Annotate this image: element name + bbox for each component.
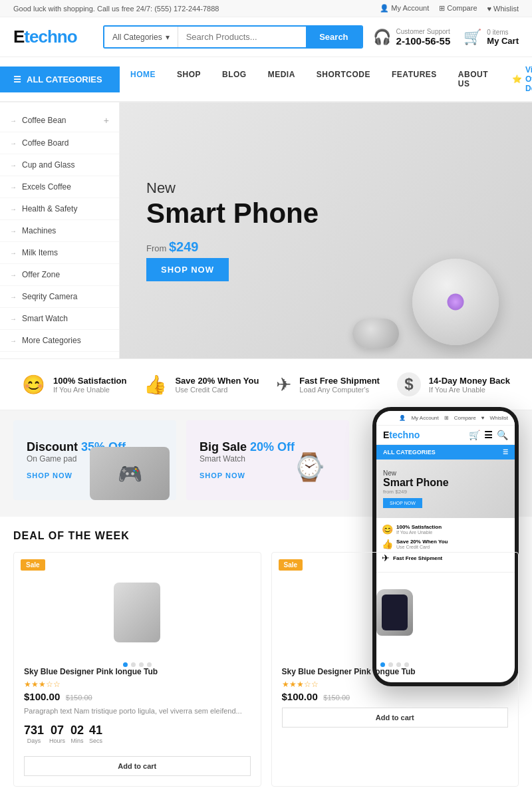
nav-home[interactable]: HOME bbox=[120, 62, 166, 96]
mobile-feature-2: 👍 Save 20% When YouUse Credit Card bbox=[382, 538, 509, 549]
compare-link[interactable]: ⊞ Compare bbox=[439, 4, 477, 13]
hero-subtitle: New bbox=[146, 180, 319, 197]
feature-save: 👍 Save 20% When You Use Credit Card bbox=[144, 372, 259, 396]
deal-item-1: Sale Sky Blue Designer Pink longue Tub ★… bbox=[13, 552, 261, 787]
sidebar-item-coffee-bean[interactable]: →Coffee Bean + bbox=[0, 109, 119, 132]
deal-image-1 bbox=[24, 573, 251, 652]
sidebar: →Coffee Bean + →Coffee Board →Cup and Gl… bbox=[0, 102, 120, 358]
star-icon: ⭐ bbox=[512, 74, 522, 84]
sidebar-item-machines[interactable]: →Machines bbox=[0, 220, 119, 242]
nav-blog[interactable]: BLOG bbox=[211, 62, 257, 96]
deal-pricing-1: $100.00 $150.00 bbox=[24, 691, 251, 702]
offer-deals-link[interactable]: ⭐ View Offer Deals bbox=[499, 57, 532, 101]
promo-watch-link[interactable]: SHOP NOW bbox=[200, 471, 245, 479]
sidebar-item-smart-watch[interactable]: →Smart Watch bbox=[0, 308, 119, 330]
support-info: 🎧 Customer Support 2-100-56-55 bbox=[373, 28, 451, 47]
deal-pricing-2: $100.00 $150.00 bbox=[282, 691, 509, 702]
sidebar-item-more[interactable]: →More Categories bbox=[0, 330, 119, 352]
dot bbox=[404, 662, 409, 667]
sidebar-item-security[interactable]: →Seqrity Camera bbox=[0, 286, 119, 308]
plane-icon: ✈ bbox=[276, 374, 291, 396]
header-right: 🎧 Customer Support 2-100-56-55 🛒 0 items… bbox=[373, 28, 519, 47]
sale-badge-1: Sale bbox=[21, 559, 45, 571]
mobile-thumbsup-icon: 👍 bbox=[382, 539, 393, 549]
navigation: ☰ ALL CATEGORIES HOME SHOP BLOG MEDIA SH… bbox=[0, 57, 532, 102]
mobile-hamburger-icon: ☰ bbox=[503, 449, 508, 456]
search-input[interactable] bbox=[178, 27, 307, 47]
deal-grid: Sale Sky Blue Designer Pink longue Tub ★… bbox=[13, 552, 519, 787]
sidebar-item-offer-zone[interactable]: →Offer Zone bbox=[0, 264, 119, 286]
sidebar-item-cup-glass[interactable]: →Cup and Glass bbox=[0, 154, 119, 176]
search-button[interactable]: Search bbox=[306, 27, 361, 47]
promo-gamepad-link[interactable]: SHOP NOW bbox=[27, 471, 72, 479]
mobile-mockup-container: 👤 My Account ⊞ Compare ♥ Whislist Etechn… bbox=[359, 420, 519, 500]
feature-shipment: ✈ Fast Free Shipment Load Any Computer's bbox=[276, 372, 380, 396]
deal-desc-1: Paragraph text Nam tristique porto ligul… bbox=[24, 706, 251, 717]
nav-shortcode[interactable]: SHORTCODE bbox=[306, 62, 381, 96]
deal-add-to-cart-2[interactable]: Add to cart bbox=[282, 708, 509, 728]
hero-content: New Smart Phone From $249 SHOP NOW bbox=[146, 180, 319, 281]
smartwatch-icon: ⌚ bbox=[276, 434, 342, 500]
deal-add-to-cart-1[interactable]: Add to cart bbox=[24, 756, 251, 776]
deals-section: DEAL OF THE WEEK Sale Sky Blue Designer … bbox=[0, 517, 532, 798]
hero-banner: New Smart Phone From $249 SHOP NOW bbox=[120, 102, 532, 358]
nav-about[interactable]: ABOUT US bbox=[448, 62, 499, 96]
sidebar-item-health-safety[interactable]: →Health & Safety bbox=[0, 198, 119, 220]
all-categories-button[interactable]: ☰ ALL CATEGORIES bbox=[0, 66, 120, 92]
deal-item-2: Sale Sky Blue Designer Pink longue Tub ★… bbox=[271, 552, 519, 787]
deal-stars-1: ★★★☆☆ bbox=[24, 680, 251, 689]
hero-title: Smart Phone bbox=[146, 198, 319, 229]
cart-button[interactable]: 🛒 0 items My Cart bbox=[464, 29, 519, 46]
mobile-account-icon: 👤 bbox=[399, 415, 406, 421]
category-dropdown[interactable]: All Categories ▾ bbox=[104, 27, 178, 47]
mobile-feature-1: 😊 100% SatisfactionIf You Are Unable bbox=[382, 523, 509, 535]
thumbsup-icon: 👍 bbox=[144, 374, 167, 396]
nav-shop[interactable]: SHOP bbox=[166, 62, 211, 96]
cart-icon: 🛒 bbox=[464, 29, 481, 45]
dot bbox=[380, 662, 385, 667]
speaker-rec-image bbox=[114, 583, 160, 642]
headset-icon: 🎧 bbox=[373, 29, 391, 46]
top-bar-links: 👤 My Account ⊞ Compare ♥ Whislist bbox=[380, 4, 519, 13]
logo[interactable]: Etechno bbox=[13, 27, 93, 47]
satisfaction-icon: 😊 bbox=[22, 374, 45, 396]
deal-price-2: $100.00 bbox=[282, 691, 318, 702]
main-content: →Coffee Bean + →Coffee Board →Cup and Gl… bbox=[0, 102, 532, 358]
dot bbox=[388, 662, 393, 667]
sidebar-item-excels-coffee[interactable]: →Excels Coffee bbox=[0, 176, 119, 198]
wishlist-link[interactable]: ♥ Whislist bbox=[487, 5, 519, 13]
mobile-hero: New Smart Phone from $249 SHOP NOW bbox=[376, 460, 515, 518]
deal-old-price-1: $150.00 bbox=[66, 694, 92, 702]
mobile-top-bar: 👤 My Account ⊞ Compare ♥ Whislist bbox=[376, 411, 515, 426]
mobile-shop-now[interactable]: SHOP NOW bbox=[383, 498, 422, 508]
deal-dots-1 bbox=[24, 662, 251, 667]
countdown-secs: 41 Secs bbox=[89, 724, 102, 744]
countdown-mins: 02 Mins bbox=[70, 724, 84, 744]
sale-badge-2: Sale bbox=[279, 559, 303, 571]
dot bbox=[396, 662, 401, 667]
nav-features[interactable]: FEATURES bbox=[381, 62, 448, 96]
hero-shop-now-button[interactable]: SHOP NOW bbox=[146, 258, 229, 281]
sidebar-item-milk[interactable]: →Milk Items bbox=[0, 242, 119, 264]
my-account-link[interactable]: 👤 My Account bbox=[380, 4, 429, 13]
gamepad-icon: 🎮 bbox=[90, 447, 170, 500]
deal-dots-2 bbox=[282, 662, 509, 667]
deal-stars-2: ★★★☆☆ bbox=[282, 680, 509, 689]
promo-watch: Big Sale 20% Off Smart Watch SHOP NOW ⌚ bbox=[186, 420, 349, 500]
mobile-menu-icon: ☰ bbox=[484, 430, 493, 440]
deal-image-2 bbox=[282, 573, 509, 652]
nav-media[interactable]: MEDIA bbox=[257, 62, 306, 96]
watch-image: ⌚ bbox=[276, 434, 342, 500]
expand-icon: + bbox=[104, 115, 109, 126]
mobile-search-icon: 🔍 bbox=[497, 430, 508, 440]
dot bbox=[139, 662, 144, 667]
mobile-logo: Etechno 🛒 ☰ 🔍 bbox=[376, 426, 515, 445]
dot bbox=[131, 662, 136, 667]
search-area: All Categories ▾ Search bbox=[103, 25, 363, 49]
mobile-satisfaction-icon: 😊 bbox=[382, 524, 393, 535]
dollar-icon: $ bbox=[397, 372, 421, 396]
promo-section: Discount 35% Off On Game pad SHOP NOW 🎮 … bbox=[0, 410, 532, 510]
watch-image-deal bbox=[376, 589, 413, 636]
mobile-wishlist-icon: ♥ bbox=[481, 415, 485, 421]
sidebar-item-coffee-board[interactable]: →Coffee Board bbox=[0, 132, 119, 154]
